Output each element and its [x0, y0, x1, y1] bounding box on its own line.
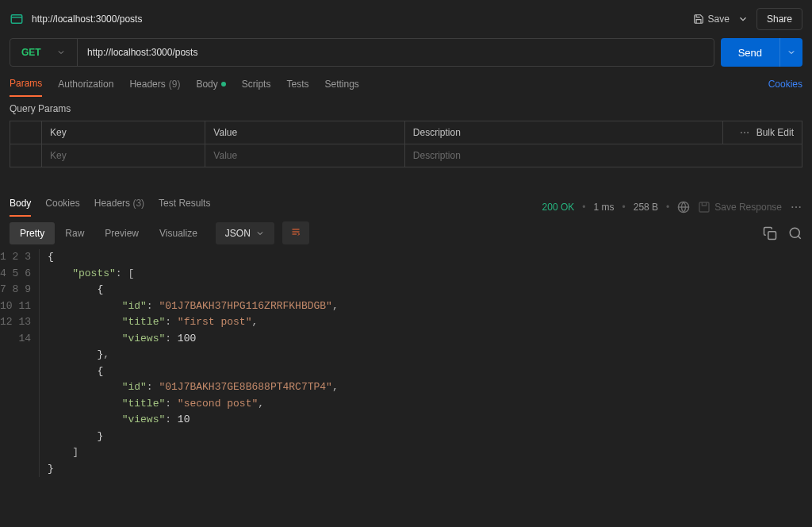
tab-headers-count: (9)	[169, 79, 181, 90]
query-params-table: Key Value Description Bulk Edit Key Valu…	[10, 121, 802, 167]
code-content: { "posts": [ { "id": "01J7BAKH37HPG116ZR…	[40, 249, 339, 477]
tab-authorization[interactable]: Authorization	[58, 78, 113, 97]
check-header	[10, 121, 42, 144]
tab-body[interactable]: Body	[196, 78, 225, 97]
svg-point-3	[747, 132, 749, 133]
svg-point-13	[790, 228, 799, 237]
chevron-down-icon	[787, 48, 796, 57]
res-tab-body[interactable]: Body	[10, 198, 31, 217]
desc-input[interactable]: Description	[404, 144, 802, 167]
svg-point-1	[741, 132, 742, 133]
search-icon[interactable]	[788, 226, 802, 240]
save-button[interactable]: Save	[693, 13, 730, 25]
wrap-lines-button[interactable]	[282, 221, 309, 244]
sep: •	[666, 202, 669, 213]
more-horizontal-icon[interactable]	[739, 127, 750, 138]
chevron-down-icon	[255, 229, 265, 238]
copy-icon[interactable]	[763, 226, 777, 240]
svg-point-2	[744, 132, 745, 133]
svg-line-14	[798, 236, 800, 238]
language-label: JSON	[225, 228, 251, 239]
save-response-label: Save Response	[714, 202, 782, 213]
send-dropdown-button[interactable]	[779, 38, 802, 67]
key-header: Key	[42, 121, 205, 144]
res-tab-cookies[interactable]: Cookies	[45, 198, 79, 217]
tab-tests[interactable]: Tests	[286, 78, 308, 97]
check-cell[interactable]	[10, 144, 42, 167]
res-tab-headers[interactable]: Headers (3)	[94, 198, 144, 217]
sep: •	[622, 202, 626, 213]
view-preview[interactable]: Preview	[94, 222, 149, 244]
globe-icon[interactable]	[677, 201, 690, 213]
view-visualize[interactable]: Visualize	[149, 222, 208, 244]
save-response-button[interactable]: Save Response	[698, 201, 782, 213]
response-time: 1 ms	[593, 202, 614, 213]
svg-point-7	[795, 206, 797, 208]
tab-headers[interactable]: Headers (9)	[129, 78, 180, 97]
wrap-icon	[290, 227, 301, 237]
bulk-header: Bulk Edit	[723, 121, 802, 144]
bulk-edit-link[interactable]: Bulk Edit	[756, 127, 794, 138]
tab-scripts[interactable]: Scripts	[242, 78, 271, 97]
save-icon	[693, 13, 704, 25]
tab-params[interactable]: Params	[10, 78, 42, 97]
key-input[interactable]: Key	[42, 144, 205, 167]
more-horizontal-icon[interactable]	[790, 201, 802, 213]
http-tab-icon	[10, 12, 24, 26]
response-size: 258 B	[634, 202, 658, 213]
tab-body-label: Body	[196, 79, 217, 90]
status-code: 200 OK	[542, 202, 575, 213]
body-changed-dot	[221, 82, 226, 87]
method-select[interactable]: GET	[10, 39, 78, 66]
line-gutter: 1 2 3 4 5 6 7 8 9 10 11 12 13 14	[0, 249, 40, 477]
view-raw[interactable]: Raw	[55, 222, 94, 244]
cookies-link[interactable]: Cookies	[768, 79, 802, 96]
method-label: GET	[21, 47, 41, 58]
svg-point-8	[799, 206, 801, 208]
svg-rect-12	[768, 231, 776, 239]
svg-rect-5	[699, 202, 709, 212]
desc-header: Description	[404, 121, 722, 144]
tab-headers-label: Headers	[129, 79, 165, 90]
language-select[interactable]: JSON	[216, 222, 274, 244]
svg-rect-0	[11, 15, 22, 24]
chevron-down-icon	[56, 48, 66, 57]
view-pretty[interactable]: Pretty	[10, 222, 55, 244]
value-input[interactable]: Value	[205, 144, 405, 167]
method-url-bar: GET	[10, 38, 714, 67]
share-button[interactable]: Share	[756, 8, 802, 30]
send-button[interactable]: Send	[721, 38, 779, 67]
url-input[interactable]	[78, 39, 714, 66]
sep: •	[582, 202, 585, 213]
save-chevron-icon[interactable]	[737, 13, 749, 25]
query-params-label: Query Params	[0, 97, 812, 121]
tab-settings[interactable]: Settings	[324, 78, 358, 97]
value-header: Value	[205, 121, 405, 144]
tab-title: http://localhost:3000/posts	[32, 13, 142, 25]
svg-point-6	[791, 206, 793, 208]
response-body[interactable]: 1 2 3 4 5 6 7 8 9 10 11 12 13 14 { "post…	[0, 249, 812, 477]
res-tab-test-results[interactable]: Test Results	[159, 198, 210, 217]
save-response-icon	[698, 201, 710, 213]
res-tab-headers-count: (3)	[132, 198, 144, 209]
save-label: Save	[708, 13, 730, 25]
res-tab-headers-label: Headers	[94, 198, 130, 209]
